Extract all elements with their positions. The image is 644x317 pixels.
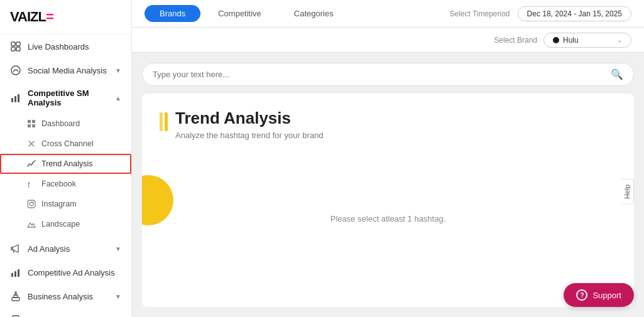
- main-content: Brands Competitive Categories Select Tim…: [132, 0, 644, 317]
- svg-rect-13: [28, 200, 35, 208]
- sidebar-item-facebook[interactable]: f Facebook: [0, 174, 131, 194]
- trend-subtitle: Analyze the hashtag trend for your brand: [175, 131, 324, 140]
- svg-rect-8: [28, 120, 31, 123]
- sidebar-item-label: Business Analysis: [28, 292, 93, 301]
- top-nav: Brands Competitive Categories Select Tim…: [132, 0, 644, 28]
- sidebar-item-landscape[interactable]: Landscape: [0, 214, 131, 234]
- svg-rect-10: [28, 124, 31, 127]
- sidebar-item-ad-analysis[interactable]: Ad Analysis ▼: [0, 237, 131, 261]
- svg-point-14: [30, 202, 33, 206]
- brand-row: Select Brand Hulu ⌄: [132, 28, 644, 53]
- sidebar-item-dashboard[interactable]: Dashboard: [0, 114, 131, 134]
- tab-group: Brands Competitive Categories: [145, 5, 349, 22]
- sidebar-sub-label: Instagram: [41, 200, 77, 208]
- chevron-down-icon: ▼: [115, 67, 121, 74]
- sidebar-sub-label: Landscape: [41, 220, 80, 228]
- svg-rect-19: [12, 298, 19, 301]
- brand-select[interactable]: Hulu ⌄: [543, 33, 631, 48]
- svg-rect-17: [14, 271, 16, 277]
- logo-accent: =: [46, 9, 53, 24]
- grid-icon: [10, 41, 21, 52]
- svg-rect-18: [18, 269, 19, 277]
- tab-categories[interactable]: Categories: [279, 5, 349, 22]
- support-circle-icon: ?: [576, 289, 587, 301]
- search-input[interactable]: [153, 70, 604, 79]
- megaphone-icon: [10, 243, 21, 254]
- sidebar-item-label: Live Dashboards: [28, 42, 89, 51]
- sidebar-sub-label: Trend Analysis: [41, 159, 93, 168]
- svg-rect-1: [16, 42, 20, 46]
- business-icon: [10, 291, 21, 302]
- tab-brands[interactable]: Brands: [145, 5, 200, 22]
- trend-empty-message: Please select atleast 1 hashtag.: [160, 145, 616, 292]
- sidebar-sub-label: Cross Channel: [41, 139, 94, 148]
- sidebar-item-cross-channel[interactable]: Cross Channel: [0, 134, 131, 154]
- trend-icon: [26, 159, 36, 169]
- facebook-icon: f: [26, 179, 36, 189]
- sidebar-item-label: Competitive Ad Analysis: [28, 268, 115, 277]
- search-icon[interactable]: 🔍: [611, 68, 623, 80]
- brand-value: Hulu: [563, 36, 579, 45]
- trend-title: Trend Analysis: [175, 109, 324, 128]
- support-label: Support: [592, 291, 621, 300]
- timeperiod-label: Select Timeperiod: [450, 9, 510, 18]
- svg-rect-16: [11, 273, 13, 277]
- instagram-icon: [26, 199, 36, 209]
- svg-rect-3: [16, 47, 20, 51]
- tab-competitive[interactable]: Competitive: [203, 5, 276, 22]
- trend-accent-bars: [160, 112, 168, 131]
- sidebar-item-reports[interactable]: Reports ▼: [0, 308, 131, 317]
- chevron-down-icon: ▼: [115, 245, 121, 252]
- cross-icon: [26, 139, 36, 149]
- logo-area: VAIZL=: [0, 0, 131, 35]
- chevron-up-icon: ▲: [115, 95, 121, 102]
- brand-label: Select Brand: [494, 36, 537, 45]
- sidebar: VAIZL= Live Dashboards Social Media Anal…: [0, 0, 132, 317]
- sidebar-item-social-media[interactable]: Social Media Analysis ▼: [0, 58, 131, 82]
- svg-rect-5: [11, 98, 13, 102]
- brand-dot: [553, 37, 559, 43]
- svg-text:f: f: [28, 180, 30, 188]
- help-tab[interactable]: Help: [621, 179, 634, 205]
- logo-text: VAIZL=: [10, 9, 53, 25]
- sidebar-item-label: Ad Analysis: [28, 244, 70, 254]
- social-icon: [10, 65, 21, 76]
- search-bar: 🔍: [142, 63, 634, 86]
- sidebar-item-trend-analysis[interactable]: Trend Analysis: [0, 154, 131, 174]
- timeperiod-select[interactable]: Dec 18, 2024 - Jan 15, 2025: [518, 6, 631, 21]
- trend-analysis-card: Trend Analysis Analyze the hashtag trend…: [142, 94, 634, 307]
- trend-header: Trend Analysis Analyze the hashtag trend…: [160, 109, 616, 140]
- sidebar-item-business-analysis[interactable]: Business Analysis ▼: [0, 284, 131, 308]
- help-label: Help: [623, 185, 631, 199]
- svg-point-4: [11, 66, 20, 75]
- sidebar-sub-label: Dashboard: [41, 119, 80, 128]
- competitive-icon: [10, 92, 21, 104]
- svg-rect-6: [14, 96, 16, 102]
- sidebar-item-live-dashboards[interactable]: Live Dashboards: [0, 35, 131, 58]
- top-controls: Select Timeperiod Dec 18, 2024 - Jan 15,…: [450, 6, 632, 21]
- sidebar-item-instagram[interactable]: Instagram: [0, 194, 131, 214]
- chevron-down-icon: ⌄: [617, 36, 622, 43]
- document-icon: [10, 314, 21, 317]
- sidebar-item-competitive-sm[interactable]: Competitive SM Analysis ▲: [0, 82, 131, 114]
- svg-rect-9: [32, 120, 35, 123]
- bar-chart-icon: [10, 267, 21, 278]
- svg-rect-21: [15, 292, 16, 295]
- svg-rect-11: [32, 124, 35, 127]
- sub-nav: Dashboard Cross Channel Trend Analysis f…: [0, 114, 131, 234]
- accent-bar-1: [160, 112, 163, 131]
- chevron-down-icon: ▼: [115, 293, 121, 300]
- sidebar-sub-label: Facebook: [41, 180, 76, 188]
- svg-rect-7: [18, 94, 19, 102]
- svg-point-15: [33, 201, 35, 203]
- sidebar-item-label: Competitive SM Analysis: [28, 89, 109, 107]
- landscape-icon: [26, 219, 36, 229]
- dashboard-icon: [26, 119, 36, 129]
- sidebar-item-competitive-ad[interactable]: Competitive Ad Analysis: [0, 261, 131, 284]
- accent-bar-2: [165, 112, 168, 131]
- support-button[interactable]: ? Support: [564, 283, 634, 307]
- sidebar-item-label: Social Media Analysis: [28, 66, 107, 75]
- svg-rect-2: [11, 47, 15, 51]
- trend-title-group: Trend Analysis Analyze the hashtag trend…: [175, 109, 324, 140]
- content-area: 🔍 Trend Analysis Analyze the hashtag tre…: [132, 53, 644, 317]
